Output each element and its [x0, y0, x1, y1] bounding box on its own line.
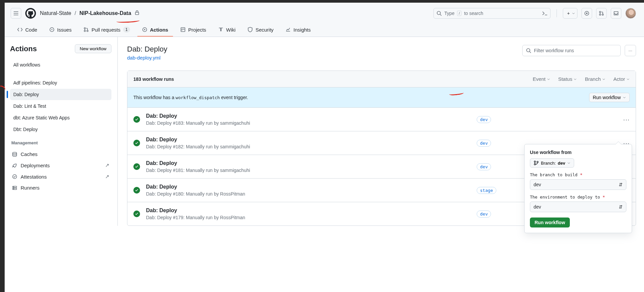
- success-icon: [133, 187, 140, 194]
- management-heading: Management: [11, 140, 111, 145]
- owner-link[interactable]: Natural-State: [40, 10, 71, 16]
- svg-point-25: [534, 161, 536, 162]
- success-icon: [133, 140, 140, 146]
- svg-point-26: [534, 164, 536, 165]
- run-menu-button[interactable]: ···: [616, 116, 630, 123]
- workflow-item-selected[interactable]: Dab: Deploy: [10, 89, 111, 100]
- mgmt-attestations[interactable]: Attestations↗: [10, 171, 111, 182]
- mgmt-caches[interactable]: Caches: [10, 149, 111, 160]
- run-subtitle: Dab: Deploy #183: Manually run by sammig…: [146, 120, 473, 126]
- svg-point-10: [84, 30, 85, 32]
- sidebar-heading: Actions: [10, 45, 37, 53]
- svg-point-14: [13, 152, 17, 153]
- branch-pill[interactable]: dev: [477, 211, 491, 218]
- filter-actor[interactable]: Actor: [613, 76, 630, 82]
- svg-point-9: [84, 28, 85, 29]
- success-icon: [133, 211, 140, 217]
- search-input[interactable]: Type / to search: [433, 8, 551, 19]
- branch-to-build-select[interactable]: dev⇵: [530, 179, 626, 190]
- breadcrumb: Natural-State / NIP-Lakehouse-Data: [40, 10, 140, 17]
- success-icon: [133, 163, 140, 170]
- run-title: Dab: Deploy: [146, 113, 473, 119]
- run-subtitle: Dab: Deploy #181: Manually run by sammig…: [146, 168, 473, 173]
- search-icon: [526, 48, 531, 53]
- run-title: Dab: Deploy: [146, 137, 473, 143]
- inbox-button[interactable]: [611, 8, 621, 19]
- svg-point-20: [527, 49, 530, 52]
- tab-wiki[interactable]: Wiki: [214, 23, 240, 37]
- workflow-item[interactable]: Adf pipelines: Deploy: [10, 77, 111, 88]
- run-workflow-popover: Use workflow from Branch: dev The branch…: [524, 144, 632, 233]
- branch-select-button[interactable]: Branch: dev: [530, 158, 574, 168]
- svg-point-18: [13, 187, 14, 187]
- workflow-item[interactable]: Dbt: Deploy: [10, 124, 111, 135]
- branch-pill[interactable]: dev: [477, 116, 491, 123]
- input-label-branch: The branch to build *: [530, 172, 626, 177]
- search-icon: [436, 11, 442, 16]
- lock-icon: [134, 10, 140, 17]
- filter-input[interactable]: Filter workflow runs: [522, 45, 621, 56]
- svg-point-6: [602, 14, 603, 15]
- popover-header: Use workflow from: [530, 150, 626, 155]
- svg-rect-0: [135, 12, 139, 15]
- svg-point-1: [437, 11, 440, 15]
- svg-point-19: [13, 189, 14, 189]
- tab-projects[interactable]: Projects: [176, 23, 211, 37]
- issues-button[interactable]: [581, 8, 592, 19]
- run-title: Dab: Deploy: [146, 160, 473, 166]
- workflow-item[interactable]: Dab: Lint & Test: [10, 100, 111, 112]
- tab-insights[interactable]: Insights: [281, 23, 315, 37]
- svg-point-11: [87, 30, 88, 32]
- run-title: Dab: Deploy: [146, 184, 473, 190]
- filter-status[interactable]: Status: [558, 76, 577, 82]
- table-row[interactable]: Dab: Deploy Dab: Deploy #183: Manually r…: [127, 108, 636, 131]
- external-icon: ↗: [105, 174, 109, 180]
- filter-event[interactable]: Event: [533, 76, 550, 82]
- filter-branch[interactable]: Branch: [585, 76, 605, 82]
- run-workflow-submit[interactable]: Run workflow: [530, 218, 570, 227]
- github-logo[interactable]: [25, 8, 36, 19]
- new-workflow-button[interactable]: New workflow: [75, 44, 111, 53]
- tab-code[interactable]: Code: [13, 23, 42, 37]
- external-icon: ↗: [105, 162, 109, 168]
- all-workflows-link[interactable]: All workflows: [10, 59, 111, 71]
- tab-issues[interactable]: Issues: [45, 23, 76, 37]
- dispatch-text: This workflow has a workflow_dispatch ev…: [133, 95, 248, 100]
- branch-icon: [534, 160, 539, 166]
- chevron-down-icon: [623, 95, 626, 100]
- tab-actions[interactable]: Actions: [137, 23, 173, 37]
- svg-point-5: [599, 14, 601, 15]
- tab-security[interactable]: Security: [243, 23, 278, 37]
- avatar[interactable]: [625, 8, 636, 19]
- tab-pulls[interactable]: Pull requests1: [79, 23, 134, 37]
- hamburger-menu[interactable]: [11, 8, 21, 19]
- svg-point-4: [599, 11, 601, 13]
- svg-point-27: [537, 161, 538, 163]
- success-icon: [133, 116, 140, 123]
- branch-pill[interactable]: stage: [477, 187, 496, 194]
- run-title: Dab: Deploy: [146, 208, 473, 214]
- run-count: 183 workflow runs: [133, 76, 174, 82]
- branch-pill[interactable]: dev: [477, 140, 491, 147]
- chevron-down-icon: [567, 160, 570, 166]
- env-select[interactable]: dev⇵: [530, 202, 626, 212]
- input-label-env: The environment to deploy to *: [530, 195, 626, 200]
- mgmt-deployments[interactable]: Deployments↗: [10, 160, 111, 171]
- run-subtitle: Dab: Deploy #179: Manually run by RossPi…: [146, 215, 473, 220]
- page-title: Dab: Deploy: [127, 45, 167, 54]
- svg-point-3: [586, 13, 587, 14]
- workflow-item[interactable]: dbt: Azure Static Web Apps: [10, 112, 111, 123]
- pull-requests-button[interactable]: [596, 8, 607, 19]
- svg-point-8: [51, 29, 52, 30]
- run-subtitle: Dab: Deploy #180: Manually run by RossPi…: [146, 191, 473, 197]
- run-workflow-button[interactable]: Run workflow: [589, 93, 630, 102]
- workflow-menu-button[interactable]: ···: [625, 45, 636, 56]
- create-new-button[interactable]: +: [563, 8, 577, 19]
- branch-pill[interactable]: dev: [477, 163, 491, 170]
- repo-link[interactable]: NIP-Lakehouse-Data: [80, 10, 131, 16]
- run-subtitle: Dab: Deploy #182: Manually run by sammig…: [146, 144, 473, 149]
- chevron-down-icon: [572, 11, 575, 16]
- command-palette-icon: [542, 11, 548, 16]
- mgmt-runners[interactable]: Runners: [10, 182, 111, 193]
- workflow-file-link[interactable]: dab-deploy.yml: [127, 55, 161, 61]
